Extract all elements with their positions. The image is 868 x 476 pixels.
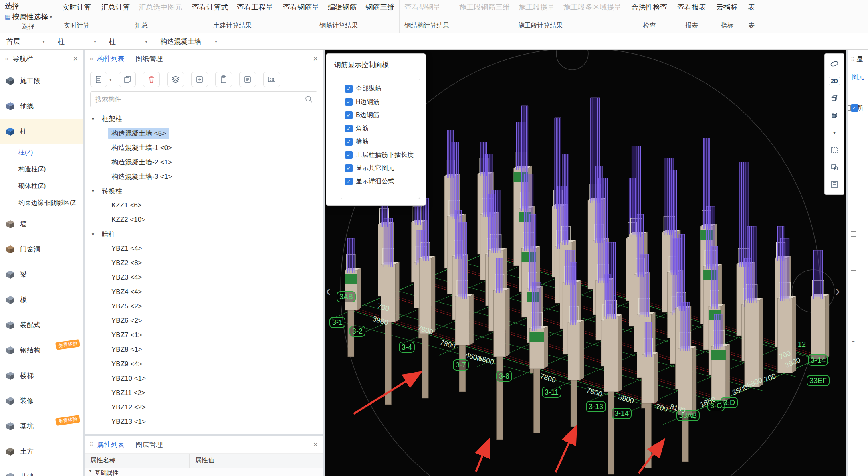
nav-item[interactable]: 装配式 xyxy=(0,312,83,338)
ribbon-button[interactable]: ▦ 汇总选中图元 ▾ xyxy=(139,2,182,12)
nav-item[interactable]: 基坑 免费体验 xyxy=(0,413,83,439)
nav-item[interactable]: 装修 xyxy=(0,388,83,413)
rebar-option[interactable]: ✓ 箍筋 xyxy=(345,138,416,146)
ribbon-button[interactable]: ▦ 云指标 ▾ xyxy=(716,2,738,12)
nav-item[interactable]: 轴线 xyxy=(0,93,83,119)
nav-item[interactable]: 板 xyxy=(0,287,83,312)
dropdown-select[interactable]: 首层 ▾ xyxy=(0,33,51,49)
ribbon-button[interactable]: ▦ 实时计算 ▾ xyxy=(62,2,91,12)
checkbox-checked-icon[interactable]: ✓ xyxy=(345,85,353,93)
nav-item[interactable]: 钢结构 免费体验 xyxy=(0,338,83,363)
tree-node-fragment[interactable]: − ✓ 所 xyxy=(851,104,858,112)
ribbon-button[interactable]: ▦ 施工段钢筋三维 ▾ xyxy=(459,2,510,12)
paste-button[interactable] xyxy=(215,72,232,87)
nav-item[interactable]: 构造柱(Z) xyxy=(0,161,83,178)
nav-item[interactable]: 梁 xyxy=(0,262,83,287)
tree-item[interactable]: ▼ 构造混凝土墙-1 <0> xyxy=(85,140,323,155)
nav-item[interactable]: 施工段 xyxy=(0,68,83,93)
tree-item[interactable]: ▼ 构造混凝土墙-2 <1> xyxy=(85,155,323,169)
checkbox-checked-icon[interactable]: ✓ xyxy=(345,138,353,146)
tree-item[interactable]: ▼ 框架柱 xyxy=(85,111,323,126)
checkbox-checked-icon[interactable]: ✓ xyxy=(852,105,856,111)
display-settings-button[interactable] xyxy=(827,160,842,174)
rebar-option[interactable]: ✓ H边钢筋 xyxy=(345,98,416,106)
orbit-tool-button[interactable] xyxy=(827,57,842,71)
nav-item[interactable]: 门窗洞 xyxy=(0,237,83,262)
checkbox-checked-icon[interactable]: ✓ xyxy=(345,111,353,119)
collapse-icon[interactable]: − xyxy=(851,231,856,237)
detail-list-button[interactable] xyxy=(827,178,842,191)
rebar-option[interactable]: ✓ 角筋 xyxy=(345,124,416,133)
component-panel-tab[interactable]: 图纸管理 xyxy=(136,54,163,63)
tree-item[interactable]: ▼ YBZ1 <4> xyxy=(85,241,323,256)
tree-item[interactable]: ▼ YBZ12 <2> xyxy=(85,400,323,415)
rebar-option[interactable]: ✓ B边钢筋 xyxy=(345,111,416,120)
ribbon-button[interactable]: ▦ 查看钢筋量 ▾ xyxy=(283,2,319,12)
view-3d-button[interactable] xyxy=(827,91,842,105)
ribbon-button[interactable]: ▦ 合法性检查 ▾ xyxy=(631,2,667,12)
collapse-icon[interactable]: ▼ xyxy=(91,117,96,121)
tree-item[interactable]: ▼ YBZ4 <4> xyxy=(85,285,323,299)
ribbon-button[interactable]: ▦ 汇总计算 ▾ xyxy=(101,2,130,12)
nav-item[interactable]: 墙 xyxy=(0,211,83,237)
tree-item[interactable]: ▼ YBZ7 <1> xyxy=(85,328,323,342)
rebar-option[interactable]: ✓ 上层柱插筋下插长度 xyxy=(345,151,416,159)
property-group-row[interactable]: ▼ 基础属性 xyxy=(85,468,323,476)
rebar-option[interactable]: ✓ 全部纵筋 xyxy=(345,85,416,93)
nav-item[interactable]: 土方 xyxy=(0,439,83,464)
tree-node-fragment[interactable]: − ✓ xyxy=(851,270,858,275)
drag-handle-icon[interactable]: ⠿ xyxy=(89,56,93,62)
nav-item[interactable]: 柱 xyxy=(0,119,83,144)
pan-right-icon[interactable]: › xyxy=(835,284,840,298)
ribbon-button[interactable]: ▦ 按属性选择 ▾ xyxy=(5,12,52,22)
tree-item[interactable]: ▼ YBZ6 <2> xyxy=(85,314,323,328)
collapse-icon[interactable]: − xyxy=(848,105,851,111)
tree-item[interactable]: ▼ YBZ3 <4> xyxy=(85,270,323,285)
checkbox-checked-icon[interactable]: ✓ xyxy=(345,164,353,172)
ribbon-button[interactable]: ▦ 选择 ▾ xyxy=(5,1,19,11)
tree-item[interactable]: ▼ YBZ9 <4> xyxy=(85,357,323,371)
ribbon-button[interactable]: ▦ 查看工程量 ▾ xyxy=(237,2,273,12)
rebar-option[interactable]: ✓ 显示其它图元 xyxy=(345,164,416,172)
ribbon-button[interactable]: ▦ 表 ▾ xyxy=(748,2,755,12)
tree-item[interactable]: ▼ KZZ2 <10> xyxy=(85,213,323,227)
tree-item[interactable]: ▼ YBZ13 <1> xyxy=(85,415,323,429)
drag-handle-icon[interactable]: ⠿ xyxy=(5,56,9,62)
dropdown-select[interactable]: 柱 ▾ xyxy=(51,33,103,49)
tree-item[interactable]: ▼ YBZ8 <1> xyxy=(85,342,323,357)
dropdown-select[interactable]: 柱 ▾ xyxy=(103,33,154,49)
ribbon-button[interactable]: ▦ 编辑钢筋 ▾ xyxy=(328,2,357,12)
search-input[interactable] xyxy=(90,91,317,107)
zoom-window-button[interactable] xyxy=(827,143,842,157)
collapse-icon[interactable]: ▼ xyxy=(91,189,96,193)
collapse-icon[interactable]: − xyxy=(851,339,856,344)
collapse-icon[interactable]: ▼ xyxy=(91,232,96,237)
chevron-down-icon[interactable]: ▾ xyxy=(109,77,112,82)
tree-item[interactable]: ▼ YBZ5 <2> xyxy=(85,299,323,314)
nav-item[interactable]: 柱(Z) xyxy=(0,144,83,161)
tree-item[interactable]: ▼ 暗柱 xyxy=(85,227,323,241)
close-icon[interactable]: ✕ xyxy=(313,441,318,448)
ribbon-button[interactable]: ▦ 查看计算式 ▾ xyxy=(192,2,228,12)
delete-button[interactable] xyxy=(143,72,160,87)
tree-item[interactable]: ▼ KZZ1 <6> xyxy=(85,198,323,213)
search-icon[interactable] xyxy=(305,95,313,105)
property-panel-tab[interactable]: 图层管理 xyxy=(136,440,163,449)
detail-list-button[interactable] xyxy=(263,72,280,87)
checkbox-checked-icon[interactable]: ✓ xyxy=(345,125,353,132)
nav-item[interactable]: 砌体柱(Z) xyxy=(0,178,83,194)
ribbon-button[interactable]: ▦ 施工段多区域提量 ▾ xyxy=(563,2,621,12)
copy-to-floors-button[interactable] xyxy=(167,72,184,87)
view-2d-button[interactable]: 2D xyxy=(827,74,842,88)
pan-left-icon[interactable]: ‹ xyxy=(326,284,331,298)
drag-handle-icon[interactable]: ⠿ xyxy=(89,442,93,448)
ribbon-button[interactable]: ▦ 钢筋三维 ▾ xyxy=(365,2,394,12)
property-panel-tab[interactable]: 属性列表 xyxy=(97,440,125,449)
rebar-option[interactable]: ✓ 显示详细公式 xyxy=(345,177,416,186)
tree-item[interactable]: ▼ 构造混凝土墙-3 <1> xyxy=(85,169,323,184)
collapse-icon[interactable]: − xyxy=(851,270,856,275)
tree-node-fragment[interactable]: − ✓ xyxy=(851,339,858,344)
checkbox-checked-icon[interactable]: ✓ xyxy=(345,98,353,106)
nav-item[interactable]: 约束边缘非阴影区(Z xyxy=(0,194,83,211)
component-panel-tab[interactable]: 构件列表 xyxy=(97,54,125,63)
